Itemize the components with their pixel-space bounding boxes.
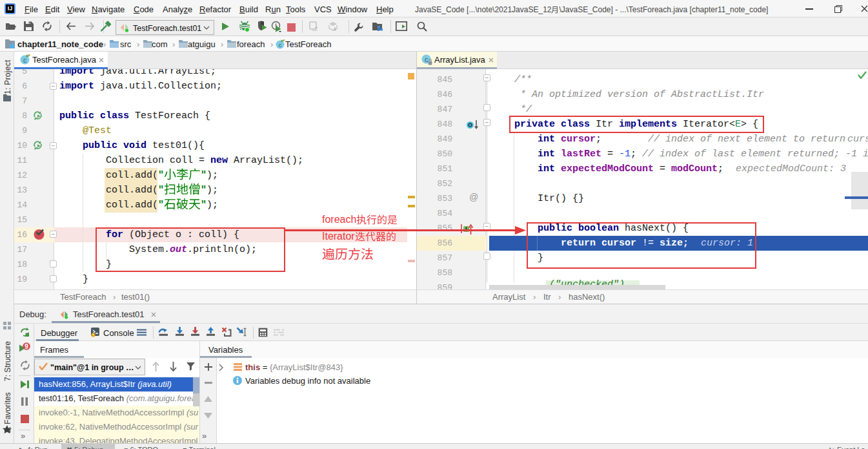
svg-text:9: 9 — [25, 343, 28, 350]
svg-text:c: c — [425, 56, 428, 63]
svg-text:c: c — [23, 56, 26, 64]
